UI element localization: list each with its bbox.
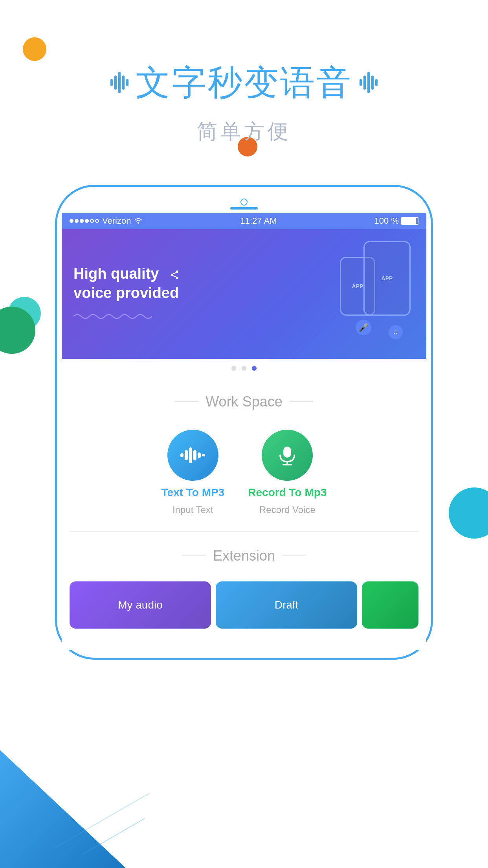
workspace-line-right xyxy=(290,401,313,402)
svg-rect-7 xyxy=(189,447,192,463)
battery-bar xyxy=(401,217,418,225)
status-left: Verizon xyxy=(70,216,143,226)
signal-dot-1 xyxy=(70,219,73,223)
banner-title-line2: voice provided xyxy=(73,285,179,301)
battery-area: 100 % xyxy=(374,216,418,226)
workspace-header: Work Space xyxy=(62,386,426,422)
svg-rect-9 xyxy=(198,452,201,458)
deco-triangle-blue xyxy=(0,750,126,868)
banner-text: High quality voice provided xyxy=(73,264,415,324)
record-to-mp3-title: Record To Mp3 xyxy=(248,486,327,499)
dot-2[interactable] xyxy=(242,366,246,371)
extension-title: Extension xyxy=(213,548,275,564)
hero-subtitle: 简单方便 xyxy=(197,118,291,145)
signal-dot-2 xyxy=(75,219,79,223)
phone-outer: Verizon 11:27 AM 100 % xyxy=(55,185,433,660)
svg-rect-10 xyxy=(202,454,205,456)
sound-wave-right xyxy=(360,72,378,93)
extension-line-left xyxy=(182,555,206,556)
dots-indicator xyxy=(62,359,426,378)
status-bar: Verizon 11:27 AM 100 % xyxy=(62,213,426,229)
ext-card-draft-label: Draft xyxy=(275,599,299,611)
svg-rect-6 xyxy=(185,450,188,460)
deco-circle-teal-right xyxy=(449,487,488,539)
carrier-name: Verizon xyxy=(102,216,131,226)
dot-1[interactable] xyxy=(231,366,236,371)
deco-triangle-line1 xyxy=(83,818,145,854)
hero-title-row: 文字秒变语音 xyxy=(110,59,378,106)
signal-dot-4 xyxy=(85,219,89,223)
battery-percent: 100 % xyxy=(374,216,399,226)
extension-section: Extension My audio Draft xyxy=(62,532,426,642)
ext-card-my-audio-label: My audio xyxy=(118,599,163,611)
workspace-item-text-to-mp3[interactable]: Text To MP3 Input Text xyxy=(161,430,225,515)
record-to-mp3-subtitle: Record Voice xyxy=(259,504,316,515)
content-area: Work Space xyxy=(62,378,426,650)
svg-rect-11 xyxy=(283,447,291,458)
extension-cards: My audio Draft xyxy=(62,576,426,634)
banner-title: High quality voice provided xyxy=(73,264,415,303)
sound-wave-left xyxy=(110,72,128,93)
workspace-line-left xyxy=(175,401,198,402)
svg-rect-5 xyxy=(180,453,183,457)
phone-notch xyxy=(62,199,426,210)
svg-line-3 xyxy=(173,272,176,274)
record-to-mp3-icon-circle xyxy=(262,430,313,481)
text-to-mp3-icon-circle xyxy=(167,430,218,481)
wifi-icon xyxy=(134,217,143,226)
text-to-mp3-title: Text To MP3 xyxy=(161,486,225,499)
signal-dot-6 xyxy=(95,219,99,223)
svg-rect-8 xyxy=(193,450,196,460)
ext-card-extra[interactable] xyxy=(362,581,418,629)
text-to-mp3-subtitle: Input Text xyxy=(172,504,213,515)
dot-3[interactable] xyxy=(252,366,257,371)
extension-header: Extension xyxy=(62,540,426,576)
hero-title: 文字秒变语音 xyxy=(136,59,352,106)
signal-dot-5 xyxy=(90,219,94,223)
workspace-item-record-to-mp3[interactable]: Record To Mp3 Record Voice xyxy=(248,430,327,515)
workspace-title: Work Space xyxy=(205,394,282,410)
phone-camera xyxy=(240,199,248,206)
phone-speaker xyxy=(230,207,258,210)
ext-card-draft[interactable]: Draft xyxy=(216,581,357,629)
svg-line-4 xyxy=(173,276,176,277)
battery-fill xyxy=(402,218,416,224)
signal-dots xyxy=(70,219,99,223)
signal-dot-3 xyxy=(80,219,84,223)
illus-sound-icon: ♫ xyxy=(389,325,403,339)
banner[interactable]: High quality voice provided xyxy=(62,229,426,359)
hero-section: 文字秒变语音 简单方便 xyxy=(0,0,488,204)
ext-card-my-audio[interactable]: My audio xyxy=(70,581,211,629)
workspace-grid: Text To MP3 Input Text Record T xyxy=(62,422,426,531)
banner-title-line1: High quality xyxy=(73,265,159,282)
phone-mockup: Verizon 11:27 AM 100 % xyxy=(55,185,433,660)
extension-line-right xyxy=(282,555,306,556)
status-time: 11:27 AM xyxy=(240,216,277,226)
